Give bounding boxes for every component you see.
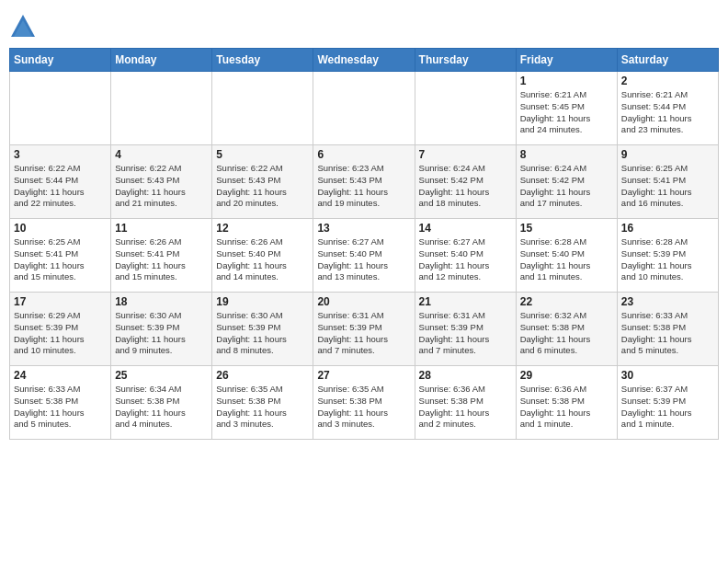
day-info: Sunrise: 6:25 AM Sunset: 5:41 PM Dayligh… [621,163,714,210]
day-number: 12 [216,222,309,235]
day-number: 7 [419,148,512,161]
day-info: Sunrise: 6:22 AM Sunset: 5:43 PM Dayligh… [115,163,208,210]
day-number: 18 [115,295,208,308]
day-number: 14 [419,222,512,235]
calendar-weekday-header: Saturday [617,49,718,72]
calendar-empty-cell [313,72,415,145]
calendar-week-row: 17Sunrise: 6:29 AM Sunset: 5:39 PM Dayli… [10,293,719,366]
day-info: Sunrise: 6:22 AM Sunset: 5:43 PM Dayligh… [216,163,309,210]
calendar-week-row: 1Sunrise: 6:21 AM Sunset: 5:45 PM Daylig… [10,72,719,145]
calendar-day-cell: 17Sunrise: 6:29 AM Sunset: 5:39 PM Dayli… [10,293,111,366]
calendar-weekday-header: Friday [516,49,617,72]
calendar-week-row: 24Sunrise: 6:33 AM Sunset: 5:38 PM Dayli… [10,366,719,440]
calendar-empty-cell [10,72,111,145]
day-number: 30 [621,369,714,382]
day-info: Sunrise: 6:35 AM Sunset: 5:38 PM Dayligh… [216,384,309,431]
calendar-day-cell: 28Sunrise: 6:36 AM Sunset: 5:38 PM Dayli… [415,366,516,440]
calendar-day-cell: 10Sunrise: 6:25 AM Sunset: 5:41 PM Dayli… [10,219,111,293]
day-info: Sunrise: 6:27 AM Sunset: 5:40 PM Dayligh… [317,236,410,283]
calendar-day-cell: 18Sunrise: 6:30 AM Sunset: 5:39 PM Dayli… [111,293,212,366]
calendar-day-cell: 6Sunrise: 6:23 AM Sunset: 5:43 PM Daylig… [313,145,415,219]
day-number: 13 [317,222,410,235]
calendar-day-cell: 19Sunrise: 6:30 AM Sunset: 5:39 PM Dayli… [212,293,313,366]
calendar-day-cell: 25Sunrise: 6:34 AM Sunset: 5:38 PM Dayli… [111,366,212,440]
day-number: 5 [216,148,309,161]
calendar-day-cell: 21Sunrise: 6:31 AM Sunset: 5:39 PM Dayli… [415,293,516,366]
day-number: 8 [520,148,613,161]
day-info: Sunrise: 6:31 AM Sunset: 5:39 PM Dayligh… [317,310,410,357]
calendar-day-cell: 20Sunrise: 6:31 AM Sunset: 5:39 PM Dayli… [313,293,415,366]
day-info: Sunrise: 6:24 AM Sunset: 5:42 PM Dayligh… [419,163,512,210]
calendar-day-cell: 14Sunrise: 6:27 AM Sunset: 5:40 PM Dayli… [415,219,516,293]
calendar-day-cell: 23Sunrise: 6:33 AM Sunset: 5:38 PM Dayli… [617,293,718,366]
day-info: Sunrise: 6:25 AM Sunset: 5:41 PM Dayligh… [14,236,107,283]
day-number: 29 [520,369,613,382]
calendar-day-cell: 15Sunrise: 6:28 AM Sunset: 5:40 PM Dayli… [516,219,617,293]
calendar-empty-cell [111,72,212,145]
day-number: 10 [14,222,107,235]
calendar-empty-cell [415,72,516,145]
calendar-day-cell: 9Sunrise: 6:25 AM Sunset: 5:41 PM Daylig… [617,145,718,219]
day-number: 24 [14,369,107,382]
day-info: Sunrise: 6:30 AM Sunset: 5:39 PM Dayligh… [115,310,208,357]
calendar-day-cell: 4Sunrise: 6:22 AM Sunset: 5:43 PM Daylig… [111,145,212,219]
calendar-empty-cell [212,72,313,145]
calendar-day-cell: 2Sunrise: 6:21 AM Sunset: 5:44 PM Daylig… [617,72,718,145]
calendar-weekday-header: Tuesday [212,49,313,72]
day-info: Sunrise: 6:21 AM Sunset: 5:45 PM Dayligh… [520,89,613,136]
day-info: Sunrise: 6:21 AM Sunset: 5:44 PM Dayligh… [621,89,714,136]
day-info: Sunrise: 6:28 AM Sunset: 5:40 PM Dayligh… [520,236,613,283]
day-info: Sunrise: 6:31 AM Sunset: 5:39 PM Dayligh… [419,310,512,357]
day-number: 22 [520,295,613,308]
day-info: Sunrise: 6:23 AM Sunset: 5:43 PM Dayligh… [317,163,410,210]
day-number: 3 [14,148,107,161]
calendar-day-cell: 11Sunrise: 6:26 AM Sunset: 5:41 PM Dayli… [111,219,212,293]
day-number: 2 [621,75,714,87]
day-number: 11 [115,222,208,235]
day-number: 25 [115,369,208,382]
calendar-week-row: 10Sunrise: 6:25 AM Sunset: 5:41 PM Dayli… [10,219,719,293]
day-number: 16 [621,222,714,235]
day-number: 15 [520,222,613,235]
day-info: Sunrise: 6:30 AM Sunset: 5:39 PM Dayligh… [216,310,309,357]
calendar-day-cell: 27Sunrise: 6:35 AM Sunset: 5:38 PM Dayli… [313,366,415,440]
day-info: Sunrise: 6:26 AM Sunset: 5:40 PM Dayligh… [216,236,309,283]
day-info: Sunrise: 6:36 AM Sunset: 5:38 PM Dayligh… [419,384,512,431]
day-info: Sunrise: 6:33 AM Sunset: 5:38 PM Dayligh… [14,384,107,431]
calendar-day-cell: 22Sunrise: 6:32 AM Sunset: 5:38 PM Dayli… [516,293,617,366]
day-number: 21 [419,295,512,308]
calendar-header-row: SundayMondayTuesdayWednesdayThursdayFrid… [10,49,719,72]
calendar-weekday-header: Sunday [10,49,111,72]
calendar-day-cell: 30Sunrise: 6:37 AM Sunset: 5:39 PM Dayli… [617,366,718,440]
calendar-day-cell: 16Sunrise: 6:28 AM Sunset: 5:39 PM Dayli… [617,219,718,293]
day-info: Sunrise: 6:27 AM Sunset: 5:40 PM Dayligh… [419,236,512,283]
day-info: Sunrise: 6:37 AM Sunset: 5:39 PM Dayligh… [621,384,714,431]
day-number: 20 [317,295,410,308]
calendar-table: SundayMondayTuesdayWednesdayThursdayFrid… [9,48,719,440]
calendar-day-cell: 26Sunrise: 6:35 AM Sunset: 5:38 PM Dayli… [212,366,313,440]
day-number: 28 [419,369,512,382]
calendar-day-cell: 24Sunrise: 6:33 AM Sunset: 5:38 PM Dayli… [10,366,111,440]
calendar-day-cell: 29Sunrise: 6:36 AM Sunset: 5:38 PM Dayli… [516,366,617,440]
calendar-day-cell: 5Sunrise: 6:22 AM Sunset: 5:43 PM Daylig… [212,145,313,219]
day-number: 19 [216,295,309,308]
day-info: Sunrise: 6:34 AM Sunset: 5:38 PM Dayligh… [115,384,208,431]
calendar-day-cell: 13Sunrise: 6:27 AM Sunset: 5:40 PM Dayli… [313,219,415,293]
day-info: Sunrise: 6:22 AM Sunset: 5:44 PM Dayligh… [14,163,107,210]
day-info: Sunrise: 6:32 AM Sunset: 5:38 PM Dayligh… [520,310,613,357]
calendar-day-cell: 8Sunrise: 6:24 AM Sunset: 5:42 PM Daylig… [516,145,617,219]
calendar-weekday-header: Wednesday [313,49,415,72]
calendar-weekday-header: Monday [111,49,212,72]
calendar-day-cell: 12Sunrise: 6:26 AM Sunset: 5:40 PM Dayli… [212,219,313,293]
day-number: 23 [621,295,714,308]
day-info: Sunrise: 6:33 AM Sunset: 5:38 PM Dayligh… [621,310,714,357]
day-number: 4 [115,148,208,161]
day-info: Sunrise: 6:26 AM Sunset: 5:41 PM Dayligh… [115,236,208,283]
calendar-weekday-header: Thursday [415,49,516,72]
day-number: 17 [14,295,107,308]
day-info: Sunrise: 6:29 AM Sunset: 5:39 PM Dayligh… [14,310,107,357]
page-header [9,9,719,40]
day-info: Sunrise: 6:28 AM Sunset: 5:39 PM Dayligh… [621,236,714,283]
calendar-week-row: 3Sunrise: 6:22 AM Sunset: 5:44 PM Daylig… [10,145,719,219]
day-number: 26 [216,369,309,382]
